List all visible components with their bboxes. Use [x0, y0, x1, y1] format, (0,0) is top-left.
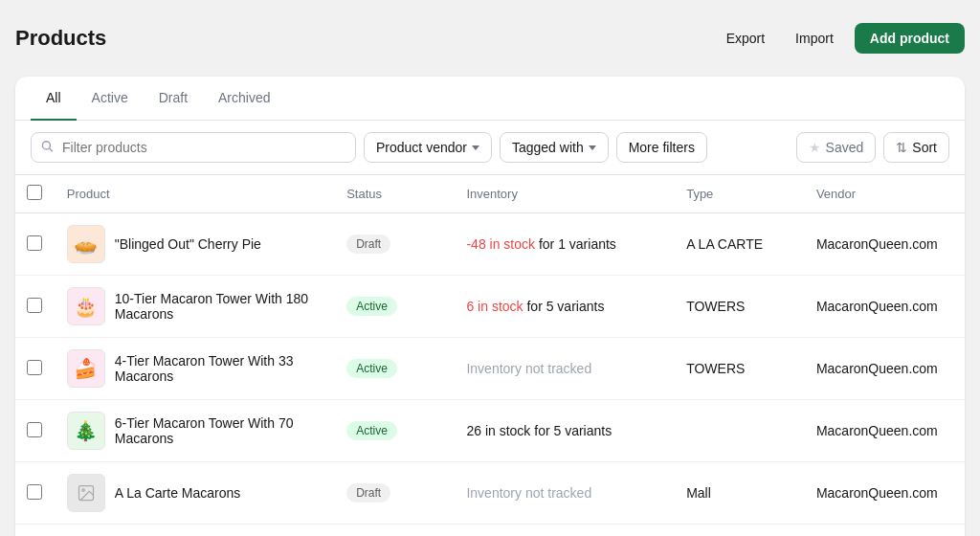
product-cell: 🎄6-Tier Macaron Tower With 70 Macarons [56, 400, 335, 462]
table-row: 🥐Almond CroissantDraft-116 in stock for … [15, 525, 965, 537]
vendor-cell: MacaronQueen.com [805, 462, 965, 525]
status-cell: Draft [335, 525, 455, 537]
status-badge: Active [346, 359, 397, 378]
chevron-down-icon [589, 145, 596, 150]
table-row: 🥧"Blinged Out" Cherry PieDraft-48 in sto… [15, 213, 965, 276]
product-cell: 🍰4-Tier Macaron Tower With 33 Macarons [56, 338, 335, 400]
add-product-button[interactable]: Add product [855, 23, 965, 54]
sort-button[interactable]: ⇅ Sort [883, 132, 949, 163]
status-cell: Active [335, 400, 455, 462]
inventory-suffix: for 5 variants [523, 299, 605, 314]
product-thumbnail: 🥧 [67, 225, 105, 263]
inventory-cell: -116 in stock for 1 variants [455, 525, 675, 537]
product-name[interactable]: A La Carte Macarons [115, 485, 241, 501]
type-cell: Mall [675, 462, 805, 525]
search-input[interactable] [31, 132, 356, 163]
inventory-negative: -48 in stock [466, 236, 535, 252]
product-cell: 🥐Almond Croissant [56, 525, 335, 537]
row-checkbox[interactable] [27, 484, 42, 500]
inventory-cell: 26 in stock for 5 variants [455, 400, 675, 462]
tab-archived[interactable]: Archived [203, 77, 285, 121]
inventory-cell: Inventory not tracked [455, 338, 675, 400]
tagged-with-filter[interactable]: Tagged with [500, 132, 609, 163]
product-thumbnail: 🍰 [67, 349, 105, 388]
vendor-cell: MacaronQueen.com [805, 400, 965, 462]
row-checkbox[interactable] [27, 360, 42, 375]
product-thumbnail: 🎄 [67, 412, 105, 450]
select-all-header [15, 175, 56, 213]
col-status: Status [335, 175, 455, 213]
chevron-down-icon [472, 145, 479, 150]
page-title: Products [15, 26, 106, 51]
import-button[interactable]: Import [786, 25, 843, 52]
inventory-cell: -48 in stock for 1 variants [455, 213, 675, 276]
product-name[interactable]: "Blinged Out" Cherry Pie [115, 236, 261, 252]
type-cell: TOWERS [675, 338, 805, 400]
row-checkbox[interactable] [27, 298, 42, 313]
inventory-low: 6 in stock [466, 299, 523, 314]
row-checkbox[interactable] [27, 235, 42, 251]
saved-button[interactable]: ★ Saved [796, 132, 877, 163]
inventory-cell: 6 in stock for 5 variants [455, 276, 675, 338]
table-row: A La Carte MacaronsDraftInventory not tr… [15, 462, 965, 525]
status-badge: Draft [346, 483, 390, 502]
product-vendor-filter[interactable]: Product vendor [364, 132, 492, 163]
row-checkbox[interactable] [27, 422, 42, 437]
type-cell [675, 400, 805, 462]
tabs-bar: All Active Draft Archived [15, 77, 965, 121]
product-name[interactable]: 6-Tier Macaron Tower With 70 Macarons [115, 415, 323, 446]
svg-point-0 [42, 142, 50, 149]
inventory-cell: Inventory not tracked [455, 462, 675, 525]
toolbar: Product vendor Tagged with More filters … [15, 121, 965, 175]
status-cell: Active [335, 338, 455, 400]
product-cell: 🎂10-Tier Macaron Tower With 180 Macarons [56, 276, 335, 338]
tab-draft[interactable]: Draft [144, 77, 203, 121]
vendor-cell: MacaronQueen.com [805, 213, 965, 276]
tab-active[interactable]: Active [77, 77, 144, 121]
table-header-row: Product Status Inventory Type Vendor [15, 175, 965, 213]
status-cell: Active [335, 276, 455, 338]
product-cell: A La Carte Macarons [56, 462, 335, 525]
type-cell: TOWERS [675, 276, 805, 338]
product-name[interactable]: 4-Tier Macaron Tower With 33 Macarons [115, 353, 323, 384]
col-inventory: Inventory [455, 175, 675, 213]
vendor-cell: MacaronQueen.com [805, 525, 965, 537]
header-actions: Export Import Add product [717, 23, 965, 54]
inventory-suffix: for 1 variants [535, 236, 616, 252]
status-badge: Draft [346, 234, 390, 254]
export-button[interactable]: Export [717, 25, 774, 52]
star-icon: ★ [809, 140, 821, 155]
svg-point-3 [82, 489, 85, 491]
col-vendor: Vendor [805, 175, 965, 213]
col-type: Type [675, 175, 805, 213]
tab-all[interactable]: All [31, 77, 77, 121]
product-cell: 🥧"Blinged Out" Cherry Pie [56, 213, 335, 276]
type-cell: A LA CARTE [675, 213, 805, 276]
search-wrap [31, 132, 356, 163]
vendor-cell: MacaronQueen.com [805, 338, 965, 400]
product-thumbnail: 🎂 [67, 287, 105, 325]
search-icon [40, 140, 54, 156]
table-row: 🎄6-Tier Macaron Tower With 70 MacaronsAc… [15, 400, 965, 462]
sort-icon: ⇅ [896, 140, 907, 155]
svg-line-1 [50, 148, 53, 151]
table-row: 🍰4-Tier Macaron Tower With 33 MacaronsAc… [15, 338, 965, 400]
status-badge: Active [346, 297, 397, 316]
product-name[interactable]: 10-Tier Macaron Tower With 180 Macarons [115, 291, 323, 322]
table-row: 🎂10-Tier Macaron Tower With 180 Macarons… [15, 276, 965, 338]
page-header: Products Export Import Add product [15, 15, 965, 61]
products-card: All Active Draft Archived Product vendor [15, 77, 965, 536]
status-cell: Draft [335, 462, 455, 525]
products-table: Product Status Inventory Type Vendor 🥧"B… [15, 175, 965, 536]
status-cell: Draft [335, 213, 455, 276]
type-cell: A LA CARTE [675, 525, 805, 537]
vendor-cell: MacaronQueen.com [805, 276, 965, 338]
more-filters-button[interactable]: More filters [616, 132, 707, 163]
status-badge: Active [346, 421, 397, 440]
select-all-checkbox[interactable] [27, 185, 42, 200]
col-product: Product [56, 175, 335, 213]
product-thumbnail [67, 474, 105, 512]
